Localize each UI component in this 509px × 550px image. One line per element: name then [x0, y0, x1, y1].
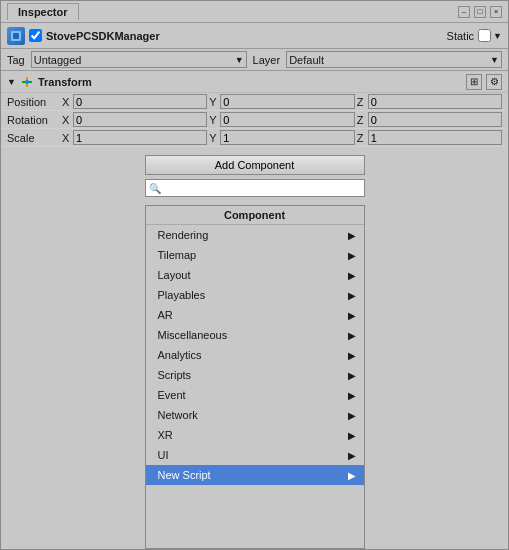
transform-expand-arrow[interactable]: ▼ — [7, 77, 16, 87]
scale-z-input[interactable] — [368, 130, 502, 145]
object-header: StovePCSDKManager Static ▼ — [1, 23, 508, 49]
svg-point-4 — [25, 80, 29, 84]
component-item[interactable]: UI▶ — [146, 445, 364, 465]
position-z-item: Z — [357, 94, 502, 109]
transform-header: ▼ Transform ⊞ ⚙ — [1, 71, 508, 93]
layer-value: Default — [289, 54, 490, 66]
transform-title: Transform — [38, 76, 466, 88]
component-item[interactable]: Rendering▶ — [146, 225, 364, 245]
rotation-x-item: X — [62, 112, 207, 127]
maximize-button[interactable]: □ — [474, 6, 486, 18]
scale-z-letter: Z — [357, 132, 367, 144]
rotation-y-item: Y — [209, 112, 354, 127]
rotation-row: Rotation X Y Z — [1, 111, 508, 129]
component-item-arrow: ▶ — [348, 450, 356, 461]
component-item-arrow: ▶ — [348, 430, 356, 441]
inspector-tab[interactable]: Inspector — [7, 3, 79, 20]
component-item-arrow: ▶ — [348, 290, 356, 301]
inspector-tab-label: Inspector — [18, 6, 68, 18]
rotation-x-input[interactable] — [73, 112, 207, 127]
component-item-name: Scripts — [158, 369, 348, 381]
position-x-item: X — [62, 94, 207, 109]
component-item-arrow: ▶ — [348, 270, 356, 281]
rotation-z-input[interactable] — [368, 112, 502, 127]
layer-label: Layer — [253, 54, 281, 66]
component-dropdown-header: Component — [146, 206, 364, 225]
transform-gear-icon[interactable]: ⚙ — [486, 74, 502, 90]
component-item-name: Event — [158, 389, 348, 401]
scale-y-item: Y — [209, 130, 354, 145]
component-item-name: Tilemap — [158, 249, 348, 261]
component-item[interactable]: New Script▶ — [146, 465, 364, 485]
component-item[interactable]: Scripts▶ — [146, 365, 364, 385]
component-item-arrow: ▶ — [348, 330, 356, 341]
component-item-arrow: ▶ — [348, 410, 356, 421]
component-item[interactable]: Layout▶ — [146, 265, 364, 285]
search-icon: 🔍 — [149, 183, 161, 194]
search-input[interactable] — [164, 182, 361, 194]
component-item-name: Rendering — [158, 229, 348, 241]
component-item[interactable]: AR▶ — [146, 305, 364, 325]
search-box[interactable]: 🔍 — [145, 179, 365, 197]
scale-y-input[interactable] — [220, 130, 354, 145]
transform-options-icon[interactable]: ⊞ — [466, 74, 482, 90]
add-component-button[interactable]: Add Component — [145, 155, 365, 175]
tag-dropdown-arrow: ▼ — [235, 55, 244, 65]
static-checkbox[interactable] — [478, 29, 491, 42]
component-item-name: UI — [158, 449, 348, 461]
object-active-checkbox[interactable] — [29, 29, 42, 42]
close-button[interactable]: × — [490, 6, 502, 18]
scale-y-letter: Y — [209, 132, 219, 144]
component-item[interactable]: Miscellaneous▶ — [146, 325, 364, 345]
transform-icon — [20, 75, 34, 89]
tag-value: Untagged — [34, 54, 235, 66]
component-item-name: Playables — [158, 289, 348, 301]
transform-icons-right: ⊞ ⚙ — [466, 74, 502, 90]
layer-select[interactable]: Default ▼ — [286, 51, 502, 68]
tag-layer-row: Tag Untagged ▼ Layer Default ▼ — [1, 49, 508, 71]
component-dropdown-wrapper: Component Rendering▶Tilemap▶Layout▶Playa… — [1, 205, 508, 549]
position-y-item: Y — [209, 94, 354, 109]
position-z-input[interactable] — [368, 94, 502, 109]
component-dropdown: Component Rendering▶Tilemap▶Layout▶Playa… — [145, 205, 365, 549]
component-item-arrow: ▶ — [348, 250, 356, 261]
layer-dropdown-arrow: ▼ — [490, 55, 499, 65]
svg-rect-1 — [13, 33, 19, 39]
component-item[interactable]: Analytics▶ — [146, 345, 364, 365]
rotation-y-input[interactable] — [220, 112, 354, 127]
position-row: Position X Y Z — [1, 93, 508, 111]
component-item-arrow: ▶ — [348, 370, 356, 381]
tag-select[interactable]: Untagged ▼ — [31, 51, 247, 68]
rotation-y-letter: Y — [209, 114, 219, 126]
component-item-arrow: ▶ — [348, 350, 356, 361]
inspector-window: Inspector – □ × StovePCSDKManager Static… — [0, 0, 509, 550]
component-item-arrow: ▶ — [348, 470, 356, 481]
component-item[interactable]: Event▶ — [146, 385, 364, 405]
position-x-input[interactable] — [73, 94, 207, 109]
title-bar: Inspector – □ × — [1, 1, 508, 23]
component-item[interactable]: Playables▶ — [146, 285, 364, 305]
component-item-name: XR — [158, 429, 348, 441]
rotation-z-letter: Z — [357, 114, 367, 126]
component-item-name: AR — [158, 309, 348, 321]
minimize-button[interactable]: – — [458, 6, 470, 18]
component-item[interactable]: Network▶ — [146, 405, 364, 425]
component-item-arrow: ▶ — [348, 390, 356, 401]
static-text-label: Static — [447, 30, 475, 42]
scale-x-item: X — [62, 130, 207, 145]
component-list[interactable]: Rendering▶Tilemap▶Layout▶Playables▶AR▶Mi… — [146, 225, 364, 548]
rotation-z-item: Z — [357, 112, 502, 127]
scale-x-input[interactable] — [73, 130, 207, 145]
add-component-area: Add Component 🔍 Component Rendering▶Tile… — [1, 147, 508, 549]
rotation-xyz-group: X Y Z — [62, 112, 502, 127]
component-list-container: Rendering▶Tilemap▶Layout▶Playables▶AR▶Mi… — [146, 225, 364, 548]
component-item-arrow: ▶ — [348, 310, 356, 321]
tag-label: Tag — [7, 54, 25, 66]
component-item[interactable]: Tilemap▶ — [146, 245, 364, 265]
component-item[interactable]: XR▶ — [146, 425, 364, 445]
component-item-name: Miscellaneous — [158, 329, 348, 341]
static-dropdown-arrow[interactable]: ▼ — [493, 31, 502, 41]
position-y-input[interactable] — [220, 94, 354, 109]
scale-z-item: Z — [357, 130, 502, 145]
object-name-label: StovePCSDKManager — [46, 30, 447, 42]
